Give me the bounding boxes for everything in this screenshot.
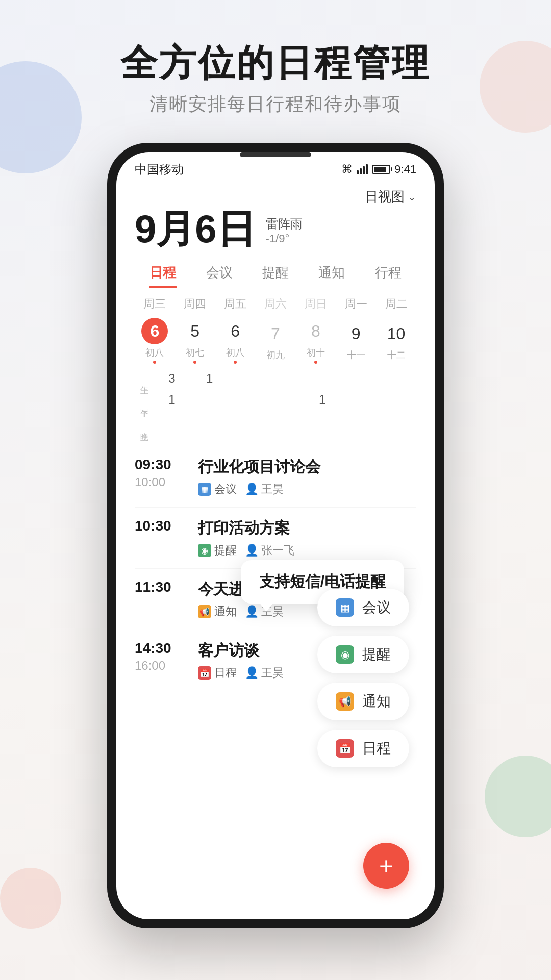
weekday-sat: 周六 <box>256 296 296 312</box>
view-selector[interactable]: 日视图 ⌄ <box>135 183 416 210</box>
day-dot-5 <box>193 361 196 364</box>
action-btn-meeting[interactable]: ▦ 会议 <box>317 589 409 626</box>
meeting-action-icon: ▦ <box>336 598 354 617</box>
notice-type-icon: 📢 <box>198 605 211 618</box>
afternoon-count-4 <box>266 392 304 407</box>
day-number-8: 8 <box>303 318 329 344</box>
day-lunar-9: 十一 <box>347 349 365 361</box>
action-buttons: ▦ 会议 ◉ 提醒 📢 通知 📅 日程 <box>317 589 409 767</box>
period-count-section: 上午 下午 晚上 3 1 <box>135 368 416 438</box>
morning-count-1: 3 <box>153 371 191 386</box>
day-number-6: 6 <box>141 318 168 344</box>
event-type-4: 📅 日程 <box>198 665 237 681</box>
wifi-icon: ⌘ <box>341 163 353 176</box>
event-type-1: ▦ 会议 <box>198 482 237 497</box>
app-title: 全方位的日程管理 <box>0 41 551 85</box>
phone-screen: 中国移动 ⌘ 9:41 <box>116 152 435 919</box>
tab-reminder[interactable]: 提醒 <box>247 257 304 288</box>
event-attendee-2: 👤 张一飞 <box>245 543 295 558</box>
notice-action-icon: 📢 <box>336 692 354 711</box>
fab-button[interactable]: + <box>363 843 409 889</box>
meeting-type-icon: ▦ <box>198 483 211 496</box>
tab-meeting[interactable]: 会议 <box>191 257 247 288</box>
event-time-col-3: 11:30 <box>135 579 186 595</box>
time-display: 9:41 <box>394 163 416 176</box>
day-5[interactable]: 5 初七 <box>175 316 215 366</box>
signal-icon <box>357 164 368 174</box>
day-8[interactable]: 8 初十 <box>295 316 336 366</box>
period-label-morning: 上午 <box>135 368 153 391</box>
day-lunar-8: 初十 <box>307 346 325 359</box>
decoration-blob-green <box>485 756 551 837</box>
day-dot-8 <box>314 361 317 364</box>
period-label-afternoon: 下午 <box>135 391 153 415</box>
morning-count-6 <box>341 371 379 386</box>
day-number-7: 7 <box>262 320 289 347</box>
event-item-2[interactable]: 10:30 打印活动方案 ◉ 提醒 👤 张一飞 <box>135 508 416 569</box>
day-number-9: 9 <box>343 320 369 347</box>
evening-count-row <box>153 410 416 416</box>
app-subtitle: 清晰安排每日行程和待办事项 <box>0 92 551 117</box>
event-item-1[interactable]: 09:30 10:00 行业化项目讨论会 ▦ 会议 👤 王昊 <box>135 446 416 508</box>
action-btn-reminder[interactable]: ◉ 提醒 <box>317 636 409 673</box>
phone-mockup: 中国移动 ⌘ 9:41 <box>107 143 444 928</box>
morning-count-2: 1 <box>191 371 229 386</box>
event-type-2: ◉ 提醒 <box>198 543 237 558</box>
event-end-4: 16:00 <box>135 659 186 673</box>
view-button[interactable]: 日视图 ⌄ <box>365 188 416 206</box>
meeting-action-label: 会议 <box>362 598 391 617</box>
person-icon-2: 👤 <box>245 544 259 557</box>
event-time-col-2: 10:30 <box>135 518 186 534</box>
weekday-sun: 周日 <box>295 296 336 312</box>
afternoon-count-7 <box>379 392 416 407</box>
action-btn-notice[interactable]: 📢 通知 <box>317 683 409 720</box>
afternoon-count-3 <box>228 392 266 407</box>
event-details-1: 行业化项目讨论会 ▦ 会议 👤 王昊 <box>198 457 416 497</box>
weather-temp: -1/9° <box>266 232 303 245</box>
person-icon-4: 👤 <box>245 666 259 680</box>
header-section: 全方位的日程管理 清晰安排每日行程和待办事项 <box>0 41 551 117</box>
morning-count-3 <box>228 371 266 386</box>
event-meta-1: ▦ 会议 👤 王昊 <box>198 482 416 497</box>
event-attendee-4: 👤 王昊 <box>245 665 284 681</box>
carrier-label: 中国移动 <box>135 161 184 178</box>
event-start-1: 09:30 <box>135 457 186 473</box>
weekday-wed: 周三 <box>135 296 175 312</box>
tab-bar: 日程 会议 提醒 通知 行程 <box>135 257 416 288</box>
day-dot-6b <box>234 361 237 364</box>
morning-count-7 <box>379 371 416 386</box>
morning-count-5 <box>304 371 341 386</box>
event-meta-2: ◉ 提醒 👤 张一飞 <box>198 543 416 558</box>
tab-notice[interactable]: 通知 <box>304 257 360 288</box>
day-dot-6 <box>153 361 156 364</box>
day-6[interactable]: 6 初八 <box>135 316 175 366</box>
event-details-2: 打印活动方案 ◉ 提醒 👤 张一飞 <box>198 518 416 558</box>
day-10[interactable]: 10 十二 <box>376 318 416 363</box>
tab-itinerary[interactable]: 行程 <box>360 257 416 288</box>
phone-outer: 中国移动 ⌘ 9:41 <box>107 143 444 928</box>
day-7[interactable]: 7 初九 <box>256 318 296 363</box>
event-title-2: 打印活动方案 <box>198 518 416 539</box>
tab-schedule[interactable]: 日程 <box>135 257 191 288</box>
event-attendee-1: 👤 王昊 <box>245 482 284 497</box>
date-header: 9月6日 雷阵雨 -1/9° <box>135 210 416 248</box>
event-start-2: 10:30 <box>135 518 186 534</box>
schedule-action-label: 日程 <box>362 739 391 758</box>
day-number-6b: 6 <box>222 318 248 344</box>
day-lunar-5: 初七 <box>186 346 204 359</box>
phone-notch <box>240 152 311 157</box>
day-9[interactable]: 9 十一 <box>336 318 376 363</box>
morning-count-row: 3 1 <box>153 368 416 389</box>
event-title-1: 行业化项目讨论会 <box>198 457 416 478</box>
week-days-header: 周三 周四 周五 周六 周日 周一 周二 <box>135 296 416 312</box>
event-end-1: 10:00 <box>135 475 186 489</box>
day-6b[interactable]: 6 初八 <box>215 316 256 366</box>
event-start-4: 14:30 <box>135 640 186 657</box>
day-lunar-7: 初九 <box>266 349 285 361</box>
event-type-3: 📢 通知 <box>198 604 237 619</box>
action-btn-schedule[interactable]: 📅 日程 <box>317 730 409 767</box>
reminder-type-label: 提醒 <box>214 543 237 558</box>
tooltip-text: 支持短信/电话提醒 <box>259 573 386 590</box>
period-counts: 3 1 1 <box>153 368 416 438</box>
fab-icon: + <box>379 852 393 880</box>
